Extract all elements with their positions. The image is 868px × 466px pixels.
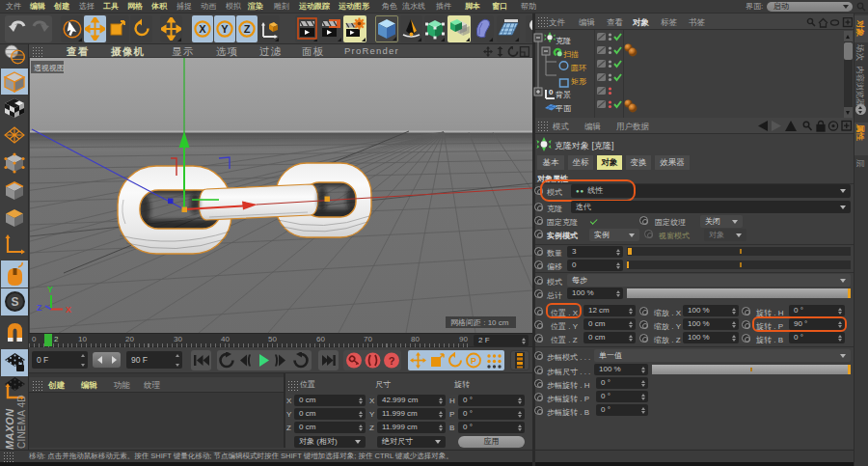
svg-text:P: P xyxy=(471,356,476,366)
svg-text:0: 0 xyxy=(549,88,554,96)
svg-text:Z: Z xyxy=(37,303,42,313)
svg-text:?: ? xyxy=(389,355,395,367)
svg-text:内容浏览器: 内容浏览器 xyxy=(855,66,865,107)
svg-text:Y: Y xyxy=(47,285,53,294)
svg-text:Y: Y xyxy=(221,23,229,35)
svg-text:Z: Z xyxy=(244,23,251,35)
svg-text:网格间距 : 10 cm: 网格间距 : 10 cm xyxy=(450,318,509,327)
svg-text:属性: 属性 xyxy=(855,123,865,142)
svg-text:透视视图: 透视视图 xyxy=(34,64,65,72)
svg-text:场次: 场次 xyxy=(855,43,865,62)
svg-text:X: X xyxy=(199,23,206,35)
svg-text:层: 层 xyxy=(855,159,865,168)
svg-text:S: S xyxy=(11,295,18,309)
svg-text:CINEMA 4D: CINEMA 4D xyxy=(16,395,27,449)
svg-text:X: X xyxy=(66,305,71,315)
svg-text:对象: 对象 xyxy=(855,19,865,38)
svg-text:MAXON: MAXON xyxy=(4,408,15,450)
